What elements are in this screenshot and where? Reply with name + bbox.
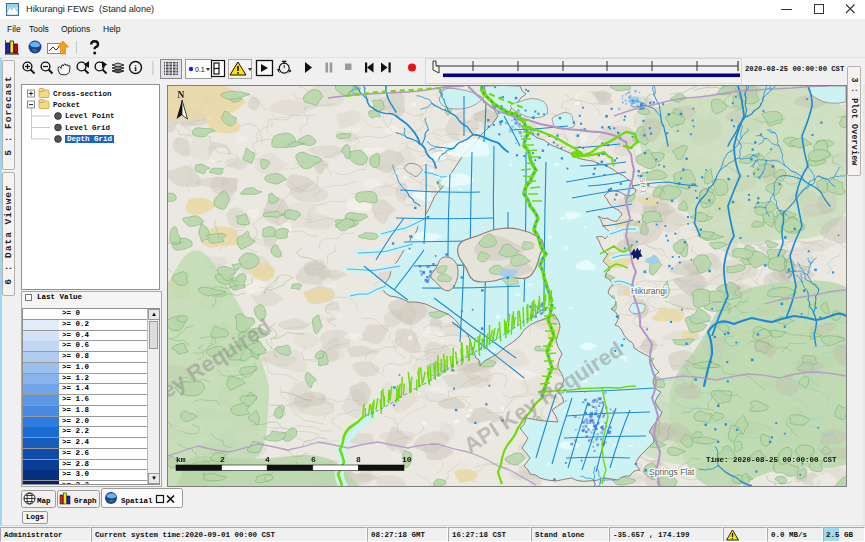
svg-text:Time: 2020-08-25 00:00:00 CST: Time: 2020-08-25 00:00:00 CST [706,456,837,464]
svg-text:Hikurangi: Hikurangi [631,286,667,296]
svg-text:2: 2 [220,455,225,464]
svg-text:N: N [178,90,185,100]
svg-text:Graph: Graph [74,497,97,505]
svg-text:Map: Map [37,497,51,505]
svg-text:km: km [176,455,186,464]
svg-text:6: 6 [311,455,316,464]
svg-text:Springs Flat: Springs Flat [649,467,695,477]
svg-text:4: 4 [265,455,270,464]
svg-text:10: 10 [402,455,412,464]
svg-text:8: 8 [356,455,361,464]
svg-text:Spatial: Spatial [121,497,153,505]
svg-text:i: i [134,63,137,73]
svg-text:0.1: 0.1 [195,66,205,73]
